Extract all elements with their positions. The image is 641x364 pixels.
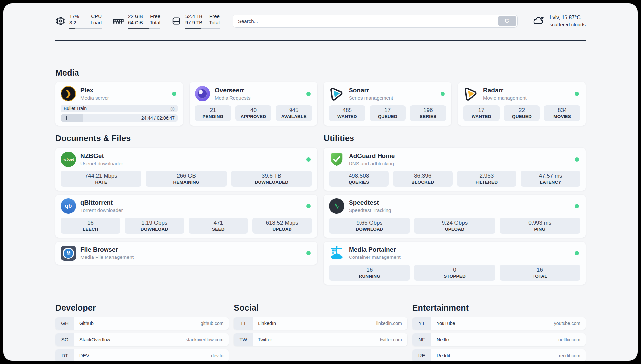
service-desc: Media Requests	[215, 95, 250, 101]
bookmark-reddit[interactable]: RE Reddit reddit.com	[412, 349, 586, 361]
service-desc: Series management	[349, 95, 393, 101]
bookmark-github[interactable]: GH Github github.com	[55, 317, 229, 330]
adguard-icon	[329, 152, 344, 167]
service-card-plex[interactable]: ❯ Plex Media server Bullet Train ◎	[55, 82, 183, 126]
service-name: Radarr	[483, 86, 527, 94]
service-name: Sonarr	[349, 86, 393, 94]
cpu-widget: 17%3.2 CPULoad	[55, 13, 102, 29]
playback-time: 24:44 / 02:06:47	[141, 115, 175, 121]
service-desc: Media File Management	[80, 254, 134, 260]
stat-queued: 17 QUEUED	[370, 105, 406, 121]
cloud-icon	[532, 15, 545, 27]
service-card-nzbget[interactable]: nzbget NZBGet Usenet downloader 744.21 M…	[55, 148, 317, 191]
cpu-progress-fill	[69, 28, 75, 29]
search-input[interactable]	[233, 15, 518, 28]
bookmark-name: Reddit	[437, 353, 450, 358]
bookmark-group-social: Social LI LinkedIn linkedin.com TW Twitt…	[234, 303, 407, 361]
memory-progress-fill	[128, 28, 149, 29]
section-utilities: Utilities	[324, 134, 586, 285]
bookmark-dev[interactable]: DT DEV dev.to	[55, 349, 229, 361]
service-card-speedtest[interactable]: Speedtest Speedtest Tracking 9.65 Gbps D…	[324, 195, 586, 237]
playback-progress-row: 24:44 / 02:06:47	[61, 114, 178, 122]
stat-movies: 834 MOVIES	[544, 105, 580, 121]
service-name: NZBGet	[80, 152, 123, 160]
stat-leech: 16 LEECH	[61, 218, 120, 233]
service-card-radarr[interactable]: Radarr Movie management 17 WANTED 22 QUE…	[458, 82, 586, 126]
service-card-qbittorrent[interactable]: qb qBittorrent Torrent downloader 16 LEE…	[55, 195, 317, 237]
bookmark-abbr: SO	[55, 333, 74, 346]
stat-seed: 471 SEED	[189, 218, 248, 233]
stat-queued: 22 QUEUED	[504, 105, 540, 121]
bookmark-abbr: NF	[412, 333, 431, 346]
bookmark-linkedin[interactable]: LI LinkedIn linkedin.com	[234, 317, 407, 330]
service-desc: Usenet downloader	[80, 161, 123, 167]
social-heading: Social	[234, 303, 407, 313]
bookmark-name: Twitter	[258, 337, 272, 342]
bookmark-name: DEV	[79, 353, 89, 358]
stat-running: 16 RUNNING	[329, 265, 410, 281]
ram-icon	[113, 17, 124, 25]
bookmark-domain: stackoverflow.com	[186, 337, 223, 342]
player-target-icon[interactable]: ◎	[170, 106, 175, 111]
bookmark-name: YouTube	[437, 321, 455, 326]
bookmark-abbr: GH	[55, 317, 74, 330]
stat-wanted: 17 WANTED	[463, 105, 500, 121]
stat-remaining: 266 GB REMAINING	[146, 171, 227, 187]
disk-labels: FreeTotal	[209, 13, 220, 26]
bookmark-domain: linkedin.com	[376, 321, 402, 326]
stat-available: 945 AVAILABLE	[276, 105, 312, 121]
overseerr-icon	[195, 86, 210, 101]
service-desc: Torrent downloader	[80, 207, 123, 214]
weather-widget: Lviv, 16.87°C scattered clouds	[532, 15, 586, 28]
service-card-portainer[interactable]: Media Portainer Container management 16 …	[324, 242, 586, 285]
search-bar: G	[233, 15, 518, 28]
section-documents-files: Documents & Files nzbget NZBGet Usenet d…	[55, 134, 317, 285]
now-playing-row: Bullet Train ◎	[61, 105, 178, 112]
dashboard-panel: 17%3.2 CPULoad	[3, 3, 638, 361]
bookmark-stackoverflow[interactable]: SO StackOverflow stackoverflow.com	[55, 333, 229, 346]
service-desc: Movie management	[483, 95, 527, 101]
bookmark-youtube[interactable]: YT YouTube youtube.com	[412, 317, 586, 330]
bookmark-twitter[interactable]: TW Twitter twitter.com	[234, 333, 407, 346]
bookmark-netflix[interactable]: NF Netflix netflix.com	[412, 333, 586, 346]
status-dot	[306, 251, 311, 255]
search-engine-button[interactable]: G	[498, 16, 516, 26]
stat-download: 1.19 Gbps DOWNLOAD	[125, 218, 184, 233]
pause-icon	[64, 116, 67, 120]
topbar: 17%3.2 CPULoad	[55, 12, 586, 30]
service-card-overseerr[interactable]: Overseerr Media Requests 21 PENDING 40 A…	[190, 82, 317, 126]
portainer-icon	[329, 246, 344, 261]
now-playing-title: Bullet Train	[64, 106, 87, 111]
bookmark-abbr: YT	[412, 317, 431, 330]
service-card-adguard[interactable]: AdGuard Home DNS and adblocking 498,508 …	[324, 148, 586, 191]
status-dot	[575, 204, 579, 208]
status-dot	[172, 92, 176, 96]
speedtest-icon	[329, 198, 344, 214]
nzbget-icon: nzbget	[61, 152, 76, 167]
stat-upload: 618.52 Mbps UPLOAD	[252, 218, 312, 233]
sonarr-icon	[329, 86, 344, 101]
bookmark-name: StackOverflow	[79, 337, 110, 342]
service-name: qBittorrent	[80, 199, 123, 207]
stat-filtered: 2,953 FILTERED	[457, 171, 517, 187]
service-card-sonarr[interactable]: Sonarr Series management 485 WANTED 17 Q…	[324, 82, 451, 126]
disk-icon	[171, 16, 181, 26]
bookmark-domain: dev.to	[211, 353, 223, 358]
service-desc: Speedtest Tracking	[349, 207, 391, 214]
service-card-filebrowser[interactable]: File Browser Media File Management	[55, 242, 317, 265]
status-dot	[441, 92, 445, 96]
status-dot	[306, 157, 311, 162]
bookmark-domain: youtube.com	[554, 321, 580, 326]
stat-queries: 498,508 QUERIES	[329, 171, 389, 187]
disk-values: 52.4 TB97.9 TB	[185, 13, 202, 26]
stat-download: 9.65 Gbps DOWNLOAD	[329, 218, 410, 233]
bookmark-domain: github.com	[201, 321, 223, 326]
bookmark-domain: netflix.com	[558, 337, 580, 342]
plex-icon: ❯	[61, 86, 76, 101]
stat-series: 196 SERIES	[410, 105, 446, 121]
media-heading: Media	[55, 68, 586, 77]
stat-latency: 47.57 ms LATENCY	[521, 171, 580, 187]
qbittorrent-icon: qb	[61, 198, 76, 214]
service-desc: Container management	[349, 254, 401, 260]
cpu-progress-bar	[69, 28, 102, 29]
